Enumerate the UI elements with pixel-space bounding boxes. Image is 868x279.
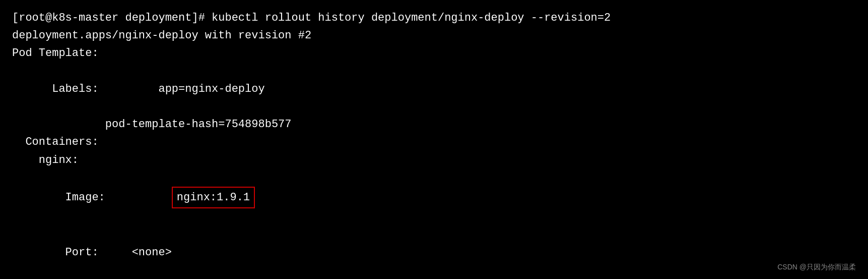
- labels-value1: app=nginx-deploy: [158, 83, 264, 95]
- labels-hash-line: pod-template-hash=754898b577: [12, 116, 856, 133]
- image-value: nginx:1.9.1: [172, 187, 255, 208]
- header-line: deployment.apps/nginx-deploy with revisi…: [12, 27, 856, 44]
- labels-heading: Labels:app=nginx-deploy: [12, 63, 856, 116]
- image-line: Image:nginx:1.9.1: [12, 169, 856, 227]
- nginx-heading: nginx:: [12, 151, 856, 169]
- port-value: <none>: [132, 246, 172, 259]
- pod-template-label: Pod Template:: [12, 44, 856, 62]
- port-label: Port:: [65, 244, 132, 261]
- terminal-output: [root@k8s-master deployment]# kubectl ro…: [0, 0, 868, 279]
- port-line: Port:<none>: [12, 226, 856, 279]
- watermark: CSDN @只因为你而温柔: [777, 263, 856, 272]
- labels-label: Labels:: [52, 80, 158, 98]
- watermark-text: CSDN @只因为你而温柔: [777, 263, 856, 271]
- prompt-line: [root@k8s-master deployment]# kubectl ro…: [12, 9, 856, 27]
- labels-value2: pod-template-hash=754898b577: [105, 118, 292, 131]
- containers-heading: Containers:: [12, 133, 856, 151]
- image-label: Image:: [65, 189, 172, 206]
